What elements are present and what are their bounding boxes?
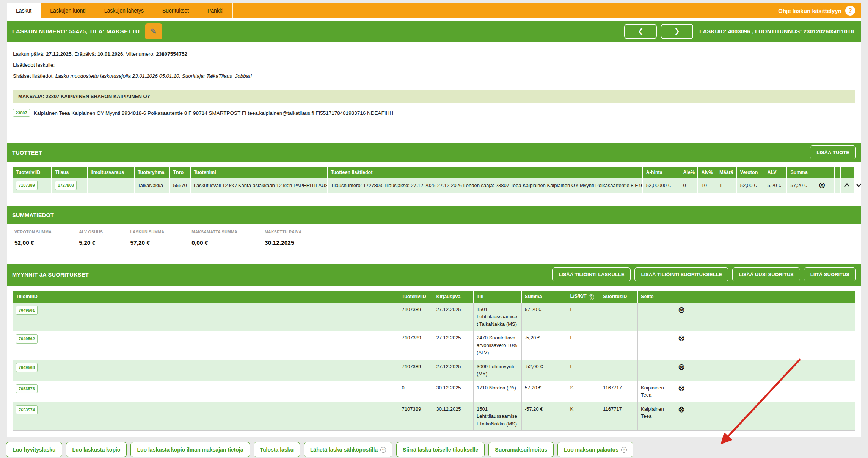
delete-entry-icon[interactable]: ⊗ [678, 405, 685, 414]
delete-product-icon[interactable]: ⊗ [818, 181, 825, 189]
tabs: LaskutLaskujen luontiLaskujen lähetysSuo… [7, 3, 233, 18]
internal-note: Lasku muodostettu laskutusajolla 23.01.2… [55, 73, 252, 79]
move-up-icon[interactable] [844, 183, 850, 187]
products-table: TuoteriviIDTilausIlmoitusvarausTuoteryhm… [13, 167, 855, 193]
accounting-row: 7649561710738927.12.20251501 Lehtitilaus… [13, 303, 855, 331]
lis-tili-inti-laskulle-button[interactable]: LISÄÄ TILIÖINTI LASKULLE [552, 267, 631, 281]
suoramaksuilmoitus-button[interactable]: Suoramaksuilmoitus [488, 442, 554, 457]
delete-entry-icon[interactable]: ⊗ [678, 384, 685, 392]
tab-laskujen-luonti[interactable]: Laskujen luonti [41, 3, 95, 18]
accounting-row: 7653574710738930.12.20251501 Lehtitilaus… [13, 402, 855, 431]
edit-invoice-button[interactable]: ✎ [145, 23, 162, 39]
payer-id-badge[interactable]: 23807 [13, 109, 30, 117]
main-container: LaskutLaskujen luontiLaskujen lähetysSuo… [7, 3, 861, 437]
lskt-help-icon[interactable]: ? [589, 294, 594, 300]
products-col-Veroton: Veroton [737, 167, 764, 178]
help-link[interactable]: Ohje laskun käsittelyyn ? [778, 3, 861, 18]
invoice-dates-line: Laskun päivä: 27.12.2025, Eräpäivä: 10.0… [13, 48, 855, 59]
delete-entry-icon[interactable]: ⊗ [678, 306, 685, 314]
liit-suoritus-button[interactable]: LIITÄ SUORITUS [804, 267, 856, 281]
summary-item-1: ALV OSUUS5,20 € [79, 230, 103, 246]
summary-value: 0,00 € [191, 239, 237, 246]
invoice-title: LASKUN NUMERO: 55475, TILA: MAKSETTU [12, 28, 140, 35]
question-icon[interactable]: ? [845, 6, 855, 16]
summary-value: 30.12.2025 [265, 239, 302, 246]
products-col-Alv%: Alv% [698, 167, 716, 178]
product-row: 71073891727803TaikaNakka55570Laskutusväl… [13, 178, 855, 193]
summary-value: 52,00 € [14, 239, 52, 246]
lisatiedot-line: Lisätiedot laskulle: [13, 59, 855, 70]
accounting-col-Selite: Selite [638, 291, 675, 303]
tab-laskut[interactable]: Laskut [7, 3, 41, 18]
summary-item-0: VEROTON SUMMA52,00 € [14, 230, 52, 246]
products-col-Määrä: Määrä [716, 167, 736, 178]
summary-label: MAKSAMATTA SUMMA [191, 230, 237, 234]
tab-laskujen-l-hetys[interactable]: Laskujen lähetys [95, 3, 153, 18]
previous-invoice-button[interactable]: ❮ [624, 24, 657, 39]
summary-value: 57,20 € [130, 239, 164, 246]
summary-label: LASKUN SUMMA [130, 230, 164, 234]
next-invoice-button[interactable]: ❯ [661, 24, 693, 39]
chevron-right-icon: ❯ [674, 27, 680, 35]
tulosta-lasku-button[interactable]: Tulosta lasku [254, 442, 300, 457]
products-col-icon [815, 167, 834, 178]
summary-value: 5,20 € [79, 239, 103, 246]
summary-item-3: MAKSAMATTA SUMMA0,00 € [191, 230, 237, 246]
luo-maksun-palautus-button[interactable]: Luo maksun palautus? [557, 442, 633, 457]
accounting-id-badge[interactable]: 7649561 [16, 306, 38, 315]
accounting-toolbar: LISÄÄ TILIÖINTI LASKULLELISÄÄ TILIÖINTI … [552, 267, 856, 281]
accounting-col-TuoteriviID: TuoteriviID [399, 291, 433, 303]
accounting-section-bar: MYYNNIT JA SUORITUKSET LISÄÄ TILIÖINTI L… [7, 264, 861, 286]
accounting-id-badge[interactable]: 7653574 [16, 405, 38, 415]
summary-section-title: SUMMATIEDOT [12, 212, 54, 218]
accounting-id-badge[interactable]: 7649563 [16, 363, 38, 372]
products-col-A-hinta: A-hinta [643, 167, 680, 178]
lis-uusi-suoritus-button[interactable]: LISÄÄ UUSI SUORITUS [732, 267, 800, 281]
accounting-id-badge[interactable]: 7649562 [16, 334, 38, 344]
accounting-table: TiliointiIDTuoteriviIDKirjauspväTiliSumm… [13, 291, 855, 431]
delete-entry-icon[interactable]: ⊗ [678, 363, 685, 371]
products-col-Summa: Summa [787, 167, 815, 178]
luo-laskusta-kopio-ilman-maksajan-tietoja-button[interactable]: Luo laskusta kopio ilman maksajan tietoj… [130, 442, 250, 457]
delete-entry-icon[interactable]: ⊗ [678, 334, 685, 342]
products-section-title: TUOTTEET [12, 150, 42, 156]
tab-bar: LaskutLaskujen luontiLaskujen lähetysSuo… [7, 3, 861, 18]
product-row-id-badge[interactable]: 7107389 [16, 181, 38, 190]
accounting-table-header: TiliointiIDTuoteriviIDKirjauspväTiliSumm… [13, 291, 855, 303]
tab-pankki[interactable]: Pankki [198, 3, 233, 18]
accounting-col-Tili: Tili [474, 291, 522, 303]
accounting-id-badge[interactable]: 7653573 [16, 384, 38, 394]
summary-item-4: MAKSETTU PÄIVÄ30.12.2025 [265, 230, 302, 246]
lis-tili-inti-suoritukselle-button[interactable]: LISÄÄ TILIÖINTI SUORITUKSELLE [634, 267, 728, 281]
products-col-Ilmoitusvaraus: Ilmoitusvaraus [87, 167, 134, 178]
products-col-icon [834, 167, 841, 178]
l-het-lasku-s-hk-postilla-button[interactable]: Lähetä lasku sähköpostilla? [304, 442, 392, 457]
move-down-icon[interactable] [856, 183, 862, 187]
add-product-button[interactable]: LISÄÄ TUOTE [810, 145, 856, 159]
products-col-Tnro: Tnro [170, 167, 190, 178]
question-icon: ? [621, 447, 627, 453]
products-col-Tuotteen lisätiedot: Tuotteen lisätiedot [327, 167, 642, 178]
invoice-meta: LASKUID: 4003096 , LUONTITUNNUS: 2301202… [699, 28, 856, 34]
products-section-bar: TUOTTEET LISÄÄ TUOTE [7, 143, 861, 162]
products-table-header: TuoteriviIDTilausIlmoitusvarausTuoteryhm… [13, 167, 855, 178]
order-id-badge[interactable]: 1727803 [55, 181, 77, 190]
products-col-TuoteriviID: TuoteriviID [13, 167, 52, 178]
accounting-section-title: MYYNNIT JA SUORITUKSET [12, 272, 89, 278]
products-col-Tuoteryhma: Tuoteryhma [134, 167, 170, 178]
summary-item-2: LASKUN SUMMA57,20 € [130, 230, 164, 246]
tab-suoritukset[interactable]: Suoritukset [153, 3, 198, 18]
accounting-col-L/S/K/T: L/S/K/T? [567, 291, 600, 303]
products-col-Ale%: Ale% [680, 167, 698, 178]
bottom-action-bar: Luo hyvityslaskuLuo laskusta kopioLuo la… [0, 437, 868, 457]
accounting-col-icon [675, 291, 855, 303]
luo-laskusta-kopio-button[interactable]: Luo laskusta kopio [66, 442, 127, 457]
payer-bar: MAKSAJA: 23807 KAIPIAINEN SHARON KAIPIAI… [13, 90, 855, 103]
payer-info: Kaipiainen Teea Kaipiainen OY Myynti 893… [34, 110, 394, 116]
luo-hyvityslasku-button[interactable]: Luo hyvityslasku [6, 442, 62, 457]
payer-row: 23807 Kaipiainen Teea Kaipiainen OY Myyn… [7, 103, 861, 124]
siirr-lasku-toiselle-tilaukselle-button[interactable]: Siirrä lasku toiselle tilaukselle [396, 442, 485, 457]
spacer [7, 124, 861, 143]
products-col-icon [841, 167, 855, 178]
invoice-header-bar: LASKUN NUMERO: 55475, TILA: MAKSETTU ✎ ❮… [7, 21, 861, 42]
